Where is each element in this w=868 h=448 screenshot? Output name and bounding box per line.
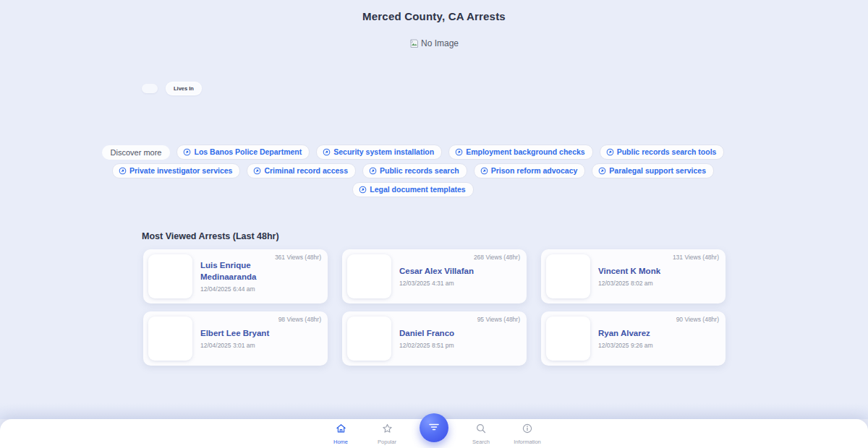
circle-arrow-icon bbox=[323, 148, 331, 156]
arrest-name-link[interactable]: Vincent K Monk bbox=[598, 266, 699, 277]
chip-label: Security system installation bbox=[333, 147, 434, 156]
nav-popular[interactable]: Popular bbox=[373, 419, 401, 445]
profile-tags-row: Lives In bbox=[142, 82, 202, 95]
mugshot-placeholder bbox=[546, 254, 590, 298]
views-badge: 131 Views (48hr) bbox=[673, 254, 719, 261]
arrest-date: 12/02/2025 8:51 pm bbox=[399, 342, 522, 349]
nav-home[interactable]: Home bbox=[327, 419, 354, 445]
chip-label: Legal document templates bbox=[370, 185, 465, 194]
discover-chip[interactable]: Prison reform advocacy bbox=[474, 163, 586, 178]
mugshot-placeholder bbox=[347, 316, 391, 361]
circle-arrow-icon bbox=[183, 148, 191, 156]
views-badge: 268 Views (48hr) bbox=[474, 254, 520, 261]
circle-arrow-icon bbox=[606, 148, 614, 156]
arrest-card[interactable]: Elbert Lee Bryant 12/04/2025 3:01 am 98 … bbox=[143, 311, 328, 366]
discover-chip[interactable]: Legal document templates bbox=[352, 182, 473, 197]
arrest-card-body: Ryan Alvarez 12/03/2025 9:26 am bbox=[590, 328, 720, 349]
search-icon bbox=[476, 423, 486, 436]
chip-label: Public records search tools bbox=[617, 147, 717, 156]
arrest-name-link[interactable]: Daniel Franco bbox=[399, 328, 501, 340]
chip-label: Employment background checks bbox=[466, 147, 585, 156]
broken-image-placeholder: No Image bbox=[0, 38, 868, 48]
discover-row-3: Legal document templates bbox=[0, 182, 826, 197]
arrest-date: 12/03/2025 8:02 am bbox=[598, 280, 720, 287]
views-badge: 361 Views (48hr) bbox=[275, 254, 321, 261]
mugshot-placeholder bbox=[347, 254, 391, 298]
discover-chip[interactable]: Private investigator services bbox=[112, 163, 240, 178]
chip-label: Public records search bbox=[380, 166, 459, 175]
mugshot-placeholder bbox=[546, 316, 590, 361]
home-icon bbox=[336, 423, 346, 436]
arrest-date: 12/04/2025 6:44 am bbox=[200, 285, 323, 293]
arrest-card-body: Vincent K Monk 12/03/2025 8:02 am bbox=[590, 266, 720, 287]
nav-search[interactable]: Search bbox=[467, 419, 495, 445]
nav-label: Popular bbox=[378, 439, 396, 445]
no-image-text: No Image bbox=[421, 38, 459, 48]
discover-chip[interactable]: Employment background checks bbox=[448, 145, 593, 160]
mugshot-placeholder bbox=[148, 254, 192, 298]
arrest-name-link[interactable]: Luis Enrique Medinaaranda bbox=[200, 260, 302, 283]
chip-label: Private investigator services bbox=[129, 166, 232, 175]
circle-arrow-icon bbox=[253, 167, 261, 175]
empty-pill[interactable] bbox=[142, 84, 158, 93]
page-title: Merced County, CA Arrests bbox=[0, 10, 868, 22]
broken-image-icon bbox=[409, 39, 419, 48]
circle-arrow-icon bbox=[480, 167, 488, 175]
circle-arrow-icon bbox=[359, 186, 367, 194]
arrest-date: 12/03/2025 9:26 am bbox=[598, 342, 720, 349]
chip-label: Los Banos Police Department bbox=[194, 147, 302, 156]
filter-fab-button[interactable] bbox=[420, 413, 448, 442]
arrest-card[interactable]: Ryan Alvarez 12/03/2025 9:26 am 90 Views… bbox=[541, 311, 726, 366]
arrest-card[interactable]: Luis Enrique Medinaaranda 12/04/2025 6:4… bbox=[143, 249, 328, 303]
arrest-date: 12/04/2025 3:01 am bbox=[200, 342, 323, 349]
circle-arrow-icon bbox=[119, 167, 127, 175]
chip-label: Prison reform advocacy bbox=[491, 166, 578, 175]
views-badge: 95 Views (48hr) bbox=[477, 316, 520, 323]
discover-chip[interactable]: Los Banos Police Department bbox=[176, 145, 310, 160]
views-badge: 98 Views (48hr) bbox=[278, 316, 321, 323]
arrest-date: 12/03/2025 4:31 am bbox=[399, 280, 522, 287]
discover-chip[interactable]: Paralegal support services bbox=[592, 163, 714, 178]
arrest-card[interactable]: Vincent K Monk 12/03/2025 8:02 am 131 Vi… bbox=[541, 249, 726, 303]
discover-more-label: Discover more bbox=[102, 145, 171, 160]
info-icon bbox=[522, 423, 532, 436]
arrest-card-body: Cesar Alex Villafan 12/03/2025 4:31 am bbox=[391, 266, 522, 287]
discover-row-1: Discover more Los Banos Police Departmen… bbox=[0, 145, 826, 160]
circle-arrow-icon bbox=[598, 167, 606, 175]
chip-label: Criminal record access bbox=[264, 166, 348, 175]
arrest-name-link[interactable]: Elbert Lee Bryant bbox=[200, 328, 302, 340]
arrest-card-body: Luis Enrique Medinaaranda 12/04/2025 6:4… bbox=[192, 260, 323, 292]
circle-arrow-icon bbox=[455, 148, 463, 156]
discover-chip[interactable]: Public records search tools bbox=[600, 145, 725, 160]
bottom-nav: Home Popular Search Information bbox=[0, 419, 868, 448]
arrest-card[interactable]: Cesar Alex Villafan 12/03/2025 4:31 am 2… bbox=[342, 249, 527, 303]
arrest-card[interactable]: Daniel Franco 12/02/2025 8:51 pm 95 View… bbox=[342, 311, 527, 366]
arrest-card-body: Elbert Lee Bryant 12/04/2025 3:01 am bbox=[192, 328, 323, 349]
discover-section: Discover more Los Banos Police Departmen… bbox=[0, 145, 826, 201]
arrest-name-link[interactable]: Ryan Alvarez bbox=[598, 328, 699, 340]
nav-label: Search bbox=[472, 439, 490, 445]
views-badge: 90 Views (48hr) bbox=[676, 316, 719, 323]
discover-chip[interactable]: Criminal record access bbox=[247, 163, 356, 178]
arrest-name-link[interactable]: Cesar Alex Villafan bbox=[399, 266, 501, 277]
nav-label: Information bbox=[514, 439, 541, 445]
star-icon bbox=[382, 423, 393, 436]
nav-label: Home bbox=[333, 439, 348, 445]
most-viewed-title: Most Viewed Arrests (Last 48hr) bbox=[142, 231, 279, 241]
discover-row-2: Private investigator services Criminal r… bbox=[0, 163, 826, 178]
most-viewed-grid: Luis Enrique Medinaaranda 12/04/2025 6:4… bbox=[143, 249, 726, 366]
discover-chip[interactable]: Security system installation bbox=[316, 145, 442, 160]
mugshot-placeholder bbox=[148, 316, 192, 361]
lives-in-pill[interactable]: Lives In bbox=[166, 82, 202, 95]
discover-chip[interactable]: Public records search bbox=[362, 163, 467, 178]
circle-arrow-icon bbox=[369, 167, 377, 175]
arrest-card-body: Daniel Franco 12/02/2025 8:51 pm bbox=[391, 328, 522, 349]
filter-icon bbox=[428, 423, 440, 434]
nav-information[interactable]: Information bbox=[514, 419, 541, 445]
chip-label: Paralegal support services bbox=[609, 166, 706, 175]
